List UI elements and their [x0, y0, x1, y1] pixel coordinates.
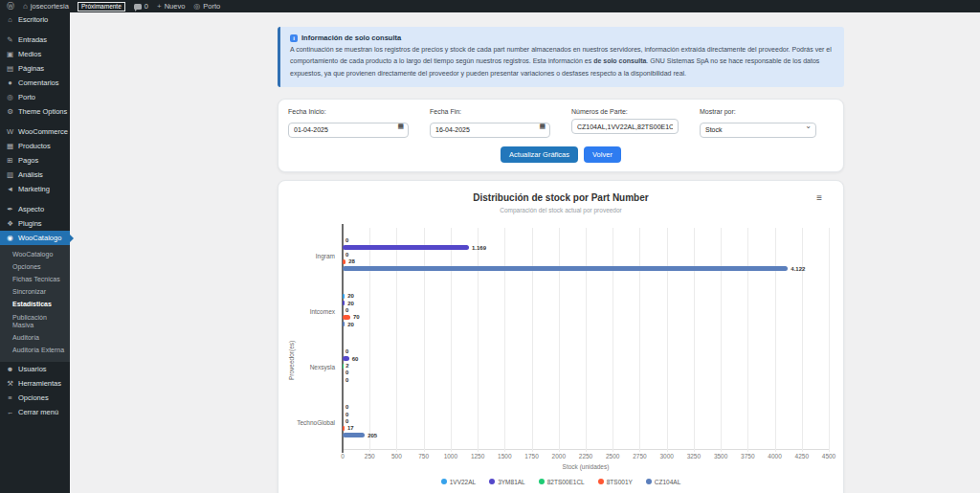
bar-group: 01.1690284.122 — [343, 228, 829, 272]
sidebar-item-label: Porto — [18, 93, 35, 101]
legend-item-8TS001Y[interactable]: 8TS001Y — [598, 479, 633, 485]
submenu-item-auditoria-externa[interactable]: Auditoría Externa — [0, 344, 70, 356]
x-tick-label: 2250 — [579, 453, 592, 459]
bar-value-label: 205 — [368, 433, 377, 438]
sidebar-item-usuarios[interactable]: ☻Usuarios — [0, 362, 70, 376]
comments-link[interactable]: 0 — [134, 2, 148, 11]
new-content-link[interactable]: + Nuevo — [157, 2, 185, 11]
bar-CZ104AL-TechnoGlobal — [343, 433, 365, 437]
submenu-item-estadisticas[interactable]: Estadísticas — [0, 299, 70, 311]
legend-item-82TS00E1CL[interactable]: 82TS00E1CL — [539, 479, 585, 485]
bar-line: 4.122 — [343, 266, 829, 271]
legend-item-1VV22AL[interactable]: 1VV22AL — [441, 479, 476, 485]
woocatalogo-icon: ◉ — [6, 234, 14, 242]
fecha-fin-input[interactable] — [430, 123, 550, 138]
bar-value-label: 1.169 — [472, 245, 486, 251]
legend-item-CZ104AL[interactable]: CZ104AL — [646, 479, 680, 485]
sidebar-item-herramientas[interactable]: ⚒Herramientas — [0, 376, 70, 391]
sidebar-item-medios[interactable]: ▣Medios — [0, 47, 70, 61]
sidebar-item-label: Opciones — [18, 393, 49, 402]
legend-dot — [598, 479, 604, 484]
bar-line: 0 — [343, 412, 829, 416]
admin-sidebar: ⌂Escritorio✎Entradas▣Medios▤Páginas●Come… — [0, 12, 70, 493]
gear-icon: ⚙ — [6, 107, 14, 116]
legend-dot — [646, 479, 652, 484]
sidebar-item-comentarios[interactable]: ●Comentarios — [0, 76, 70, 90]
fecha-fin-group: Fecha Fin: ▦ — [430, 108, 550, 138]
bar-line: 0 — [343, 253, 829, 258]
bar-line: 0 — [343, 370, 829, 375]
info-notice: i Información de solo consulta A continu… — [278, 27, 844, 87]
wordpress-logo-icon[interactable]: Ⓦ — [7, 3, 14, 11]
bar-value-label: 0 — [345, 418, 348, 424]
sidebar-item-label: Usuarios — [18, 365, 47, 373]
chart-subtitle: Comparación del stock actual por proveed… — [278, 207, 843, 214]
bar-3YM81AL-Nexsysla — [343, 356, 349, 361]
legend-label: 8TS001Y — [607, 479, 633, 485]
bar-value-label: 0 — [345, 252, 348, 258]
porto-toolbar-link[interactable]: ◎ Porto — [193, 2, 220, 11]
sidebar-item-marketing[interactable]: ◄Marketing — [0, 182, 70, 196]
x-tick-label: 1500 — [498, 453, 511, 459]
page-container: i Información de solo consulta A continu… — [278, 27, 844, 493]
comments-count: 0 — [145, 2, 148, 11]
mostrar-por-select[interactable]: Stock — [700, 123, 816, 138]
chart-menu-icon[interactable]: ≡ — [816, 193, 822, 203]
sidebar-item-theme-options[interactable]: ⚙Theme Options — [0, 104, 70, 119]
sidebar-item-productos[interactable]: ▦Productos — [0, 139, 70, 153]
info-icon: i — [290, 34, 298, 42]
bar-value-label: 20 — [347, 301, 354, 306]
update-charts-button[interactable]: Actualizar Gráficas — [501, 146, 578, 163]
sidebar-item-cerrar-menu[interactable]: ←Cerrar menú — [0, 405, 70, 419]
sidebar-item-woocommerce[interactable]: WWooCommerce — [0, 124, 70, 139]
bar-3YM81AL-Ingram — [343, 245, 469, 250]
sidebar-item-entradas[interactable]: ✎Entradas — [0, 33, 70, 47]
legend-item-3YM81AL[interactable]: 3YM81AL — [489, 479, 525, 485]
sidebar-item-analisis[interactable]: ▥Análisis — [0, 168, 70, 182]
plugins-icon: ❖ — [6, 219, 14, 228]
bar-line: 20 — [343, 322, 829, 326]
megaphone-icon: ◄ — [6, 185, 14, 193]
sidebar-item-opciones[interactable]: ≡Opciones — [0, 391, 70, 405]
sidebar-item-label: Cerrar menú — [18, 408, 58, 416]
new-label: Nuevo — [165, 2, 186, 11]
bar-line: 2 — [343, 364, 829, 369]
part-numbers-input[interactable] — [571, 119, 679, 134]
x-tick-label: 3500 — [714, 453, 727, 459]
sidebar-menu-top: ⌂Escritorio✎Entradas▣Medios▤Páginas●Come… — [0, 12, 70, 245]
gridline — [829, 228, 830, 452]
site-name-link[interactable]: ⌂ josecortesia — [23, 2, 69, 11]
chart-category-row: Nexsysla060200 — [343, 339, 829, 394]
category-label: Ingram — [279, 252, 335, 258]
back-button[interactable]: Volver — [584, 146, 621, 163]
submenu-item-woocatalogo[interactable]: WooCatalogo — [0, 248, 70, 260]
sidebar-item-label: Análisis — [18, 170, 43, 179]
sidebar-item-pagos[interactable]: ⊞Pagos — [0, 153, 70, 168]
fecha-inicio-group: Fecha Inicio: ▦ — [288, 108, 409, 138]
sidebar-item-porto[interactable]: ◎Porto — [0, 90, 70, 104]
coming-soon-badge[interactable]: Próximamente — [78, 2, 125, 11]
payments-icon: ⊞ — [6, 156, 14, 165]
dashboard-icon: ⌂ — [6, 15, 14, 24]
sidebar-item-escritorio[interactable]: ⌂Escritorio — [0, 12, 70, 27]
fecha-inicio-input[interactable] — [288, 123, 409, 138]
pages-icon: ▤ — [6, 64, 14, 73]
sidebar-item-aspecto[interactable]: ✒Aspecto — [0, 202, 70, 216]
sidebar-item-plugins[interactable]: ❖Plugins — [0, 216, 70, 231]
submenu-item-publicacion-masiva[interactable]: Publicación Masiva — [0, 311, 70, 331]
submenu-item-auditoria[interactable]: Auditoría — [0, 331, 70, 344]
users-icon: ☻ — [6, 365, 14, 373]
legend-label: 1VV22AL — [450, 479, 476, 485]
x-tick-label: 3750 — [741, 453, 754, 459]
products-icon: ▦ — [6, 142, 14, 150]
bar-CZ104AL-Ingram — [343, 266, 788, 271]
submenu-item-sincronizar[interactable]: Sincronizar — [0, 286, 70, 299]
bar-group: 202007020 — [343, 283, 829, 327]
sidebar-item-woocatalogo[interactable]: ◉WooCatalogo — [0, 231, 70, 245]
legend-label: CZ104AL — [655, 479, 680, 485]
x-tick-label: 0 — [341, 453, 345, 459]
sidebar-item-paginas[interactable]: ▤Páginas — [0, 61, 70, 76]
submenu-item-opciones[interactable]: Opciones — [0, 260, 70, 273]
submenu-item-fichas-tecnicas[interactable]: Fichas Tecnicas — [0, 273, 70, 285]
sidebar-item-label: Medios — [18, 50, 41, 58]
